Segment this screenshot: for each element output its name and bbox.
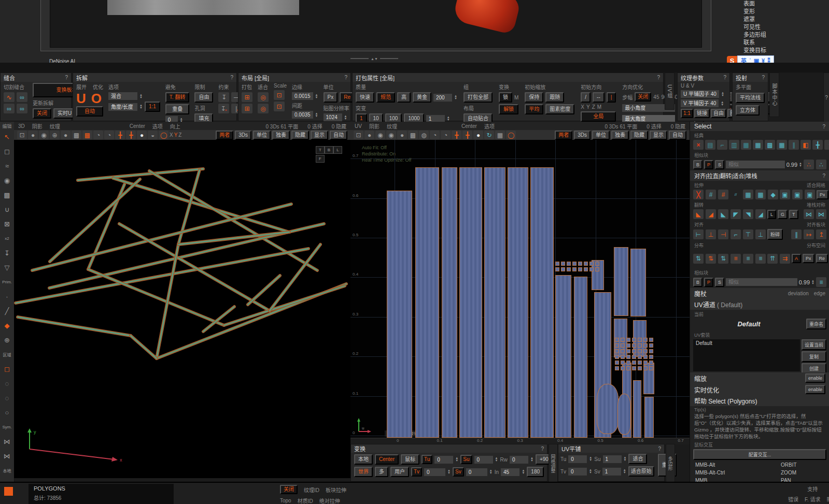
step-off-button[interactable]: 关闭 <box>635 92 651 102</box>
align-top-icon[interactable]: ⊤ <box>743 229 753 239</box>
margin-spinner[interactable] <box>315 94 318 99</box>
uv-island[interactable] <box>644 397 654 438</box>
tu-spinner[interactable] <box>455 457 458 462</box>
flip-tex-icon[interactable]: ◢ <box>755 209 766 219</box>
unpin-icon[interactable]: ↧× <box>218 104 229 113</box>
straighten-icon[interactable]: # <box>706 190 716 199</box>
scale-p-icon[interactable]: ⊡ <box>274 102 285 111</box>
uv-island-small[interactable] <box>649 361 653 365</box>
uv-island[interactable] <box>555 275 571 438</box>
wire-icon[interactable]: ◉ <box>386 131 396 139</box>
flip-global-icon[interactable]: ◥ <box>743 209 753 219</box>
uv-hide-button[interactable]: 隐藏 <box>630 131 648 140</box>
quality-high-button[interactable]: 高 <box>397 92 411 103</box>
spacing-spinner[interactable] <box>315 112 318 118</box>
tile-tu-spinner[interactable] <box>589 456 592 462</box>
uv-island-small[interactable] <box>621 343 625 348</box>
axis-x-toggle[interactable]: X <box>170 132 173 138</box>
frame-all-icon[interactable]: ⊡ <box>17 131 27 139</box>
uv-island[interactable] <box>442 167 457 438</box>
local-label[interactable]: 本地 <box>1 464 13 477</box>
spacing-field[interactable]: 0.0035 <box>292 111 313 119</box>
similar-p-button[interactable]: P <box>704 160 713 169</box>
dist-v1-icon[interactable]: ⇅ <box>693 254 704 264</box>
avg-normals-button[interactable]: 平均法线 <box>736 93 765 103</box>
iter-spinner[interactable] <box>454 95 457 100</box>
quality-fast-button[interactable]: 快速 <box>356 92 374 103</box>
uv-island-small[interactable] <box>555 267 559 271</box>
sv-spinner[interactable] <box>489 469 493 474</box>
brush-select-icon[interactable]: ○ <box>1 406 13 419</box>
tag-menu-item[interactable]: 变换目标 <box>743 48 766 53</box>
symmetry-add-icon[interactable]: ⋈ <box>1 450 13 462</box>
copy-channel-button[interactable]: 复制 <box>802 351 826 362</box>
pin-icon[interactable]: ↧ <box>218 92 229 102</box>
uv-island-small[interactable] <box>632 343 636 348</box>
tv-field[interactable]: 0 <box>424 468 445 476</box>
uv-island-small[interactable] <box>578 262 582 266</box>
deviation-chip[interactable]: deviation <box>788 291 809 296</box>
axis-y-toggle[interactable]: Y <box>174 132 178 138</box>
quality-iterations[interactable]: 200 <box>433 94 452 102</box>
uv-island-small[interactable] <box>638 366 642 370</box>
uv-island-small[interactable] <box>643 355 648 359</box>
mesh-wave-icon[interactable]: ≈ <box>1 160 13 172</box>
su-field[interactable]: 0 <box>474 456 493 464</box>
grid-select3-icon[interactable]: ▦ <box>777 140 787 150</box>
orient-bar-button[interactable]: | <box>607 92 616 103</box>
uv-island-small[interactable] <box>638 343 642 348</box>
set-current-button[interactable]: 设置当前 <box>802 339 826 350</box>
average-button[interactable]: 平均 <box>525 104 543 114</box>
uv-island-small[interactable] <box>632 361 636 365</box>
align-corner-icon[interactable]: ⌐ <box>730 229 741 239</box>
symmetry-icon[interactable]: ⋈ <box>1 435 13 448</box>
uv-island-small[interactable] <box>638 355 642 359</box>
grid-icon[interactable]: ▦ <box>495 131 505 139</box>
no-stretch-icon[interactable]: ╳ <box>693 190 704 199</box>
flip-t-button[interactable]: T <box>789 210 798 219</box>
uv-checker-icon[interactable]: ▩ <box>82 131 92 139</box>
tile-tu-field[interactable]: 0 <box>568 455 587 463</box>
center-sel-icon[interactable]: ╋ <box>115 131 125 139</box>
stitch-help-button[interactable]: ? <box>65 75 68 80</box>
pie-tex-icon[interactable]: ◔ <box>93 131 103 139</box>
fit-height-icon[interactable]: ▣ <box>792 190 803 199</box>
pack-all-button[interactable]: 打包全部 <box>463 92 493 103</box>
tile-ring-icon[interactable]: ◯ <box>506 131 516 139</box>
uv-island-small[interactable] <box>626 343 630 348</box>
flip-u-icon[interactable]: ◣ <box>718 209 728 219</box>
configure-interaction-button[interactable]: 配置交互... <box>693 449 826 460</box>
flat-icon[interactable]: ● <box>61 131 71 139</box>
axis-z-toggle[interactable]: Z <box>178 132 181 138</box>
sphere-sel-icon[interactable]: ◔ <box>824 140 829 150</box>
quality-normal-button[interactable]: 规范 <box>376 92 395 103</box>
uv-island-small[interactable] <box>621 338 625 342</box>
center-pivot-button[interactable]: Center <box>375 454 399 465</box>
fit-icon[interactable]: ◎ <box>258 92 269 102</box>
uv-island-small[interactable] <box>632 366 636 370</box>
collapse-arrows-icon[interactable]: ▲▼ <box>371 57 378 61</box>
marquee-icon[interactable]: ◻ <box>1 145 13 157</box>
rotate-lock-icon[interactable]: ↻ <box>484 131 494 139</box>
in-spinner[interactable] <box>522 469 525 474</box>
tab-polygons[interactable]: 多边形 <box>666 444 675 483</box>
uv-island-small[interactable] <box>595 267 599 271</box>
space-v-icon[interactable]: ⇈ <box>767 254 778 264</box>
world-button[interactable]: 世界 <box>354 467 373 477</box>
unfold-help-button[interactable]: ? <box>230 75 233 80</box>
edge-loop-icon[interactable]: ⌐ <box>717 140 727 150</box>
feature-request-link[interactable]: F. 请求 <box>805 495 821 503</box>
quality-golden-button[interactable]: 黄金 <box>413 92 431 103</box>
tv-label[interactable]: Tv <box>411 467 422 477</box>
v-tile-spinner[interactable] <box>721 101 724 106</box>
uv-island-small[interactable] <box>643 343 648 348</box>
grid-select2-icon[interactable]: ▦ <box>753 140 763 150</box>
tile-sv-spinner[interactable] <box>623 469 626 474</box>
dist-a-button[interactable]: A <box>792 254 801 263</box>
v-tile-field[interactable]: V 平铺因子 40 <box>681 99 719 107</box>
in-field[interactable]: 45 <box>501 468 519 476</box>
nav-cube-face-L[interactable]: L <box>333 146 342 154</box>
uv-island-small[interactable] <box>626 338 630 342</box>
uv-island-small[interactable] <box>621 349 625 353</box>
similar2-b-button[interactable]: B <box>693 278 702 287</box>
